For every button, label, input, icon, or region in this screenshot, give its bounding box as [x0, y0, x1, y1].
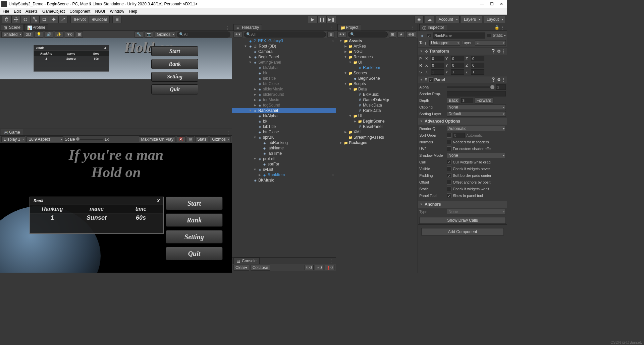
tree-row[interactable]: ▶📁XML	[336, 129, 418, 135]
tree-row[interactable]: ▼📁Scenes	[336, 70, 418, 76]
maximize-button[interactable]: ☐	[490, 2, 494, 6]
hierarchy-tree[interactable]: ◈2_RFX_Galaxy3›▼◈UI Root (3D)◈Camera▶◈Be…	[232, 38, 336, 257]
rot-y[interactable]	[451, 63, 464, 68]
rect-tool[interactable]	[40, 16, 49, 23]
tree-row[interactable]: #GameDataMgr	[336, 97, 418, 102]
max-on-play[interactable]: Maximize On Play	[139, 136, 175, 142]
tree-row[interactable]: ▼📁Assets	[336, 38, 418, 44]
collab-button[interactable]: ◉	[414, 16, 424, 23]
clipping-dropdown[interactable]: None	[447, 105, 506, 110]
static-dropdown-icon[interactable]: ▾	[504, 34, 506, 37]
tree-row[interactable]: ▶◈BeginPanel	[232, 54, 336, 60]
alpha-slider[interactable]	[447, 86, 494, 88]
move-tool[interactable]	[11, 16, 21, 23]
menu-file[interactable]: File	[3, 9, 9, 14]
tab-console[interactable]: ▤Console	[233, 258, 260, 264]
tree-row[interactable]: ▼◈RankPanel	[232, 108, 336, 113]
depth-forward[interactable]: Forward	[475, 97, 493, 104]
tree-row[interactable]: ▼◈proLeft	[232, 156, 336, 161]
tree-row[interactable]: 📁StreamingAssets	[336, 135, 418, 140]
scene-viewport[interactable]: Hold on RankX Rankingnametime 1Sunset60s…	[0, 38, 232, 129]
tree-row[interactable]: ▶📁BeginScene	[336, 119, 418, 124]
display-dropdown[interactable]: Display 1	[1, 136, 25, 142]
tools-icon[interactable]: 🔧	[135, 31, 143, 38]
tag-dropdown[interactable]: Untagged	[429, 40, 460, 46]
pos-y[interactable]	[451, 56, 464, 61]
show-draw-calls[interactable]: Show Draw Calls	[419, 217, 506, 224]
menu-window[interactable]: Window	[110, 9, 124, 14]
tree-row[interactable]: ▶📁Packages	[336, 140, 418, 145]
rotate-tool[interactable]	[21, 16, 30, 23]
inspector-lock-icon[interactable]: 🔒 ⋮	[493, 25, 506, 30]
tree-row[interactable]: ◈BKMusic	[232, 178, 336, 183]
cloud-button[interactable]: ☁	[425, 16, 434, 23]
tab-hierarchy[interactable]: ≡Hierarchy	[233, 24, 262, 30]
hierarchy-add[interactable]: + ▾	[233, 31, 243, 38]
console-collapse[interactable]: Collapse	[251, 265, 270, 271]
mute-icon[interactable]: 🔇	[177, 136, 185, 142]
camera-icon[interactable]: 📷	[145, 31, 153, 38]
tree-row[interactable]: ▼◈UI Root (3D)	[232, 44, 336, 49]
step-button[interactable]: ▶❚	[327, 16, 336, 23]
tree-row[interactable]: #BasePanel	[336, 124, 418, 129]
tree-row[interactable]: ◆BeginScene	[336, 76, 418, 81]
tree-row[interactable]: ◈Camera	[232, 49, 336, 54]
sorting-dropdown[interactable]: Default	[447, 111, 506, 117]
tree-row[interactable]: ▶📁ArtRes	[336, 44, 418, 49]
project-search[interactable]: 🔍	[348, 31, 388, 38]
static-checkbox[interactable]	[487, 33, 491, 38]
tab-game[interactable]: 🎮Game	[1, 129, 23, 135]
tree-row[interactable]: ◈labTitle	[232, 124, 336, 129]
game-tab-menu-icon[interactable]: ⋮	[225, 131, 231, 135]
menu-edit[interactable]: Edit	[14, 9, 21, 14]
fx-icon[interactable]: ✨	[55, 31, 63, 38]
tree-row[interactable]: ◈bk	[232, 70, 336, 76]
visible-checkbox[interactable]	[447, 166, 451, 171]
name-field[interactable]	[433, 32, 485, 39]
hierarchy-search[interactable]: 🔍 All	[244, 31, 326, 38]
close-button[interactable]: ✕	[500, 2, 503, 6]
scale-slider[interactable]	[76, 139, 103, 140]
active-checkbox[interactable]: ✓	[427, 33, 431, 38]
tree-row[interactable]: #RankData	[336, 108, 418, 113]
tree-row[interactable]: ▼📁UI	[336, 113, 418, 119]
rot-x[interactable]	[431, 63, 444, 68]
tree-row[interactable]: ▶◈togSound	[232, 102, 336, 108]
scl-y[interactable]	[451, 69, 464, 75]
scene-search[interactable]: 🔍 All	[177, 31, 230, 38]
hierarchy-lock-icon[interactable]: ⋮	[328, 25, 334, 30]
console-clear[interactable]: Clear ▾	[233, 265, 249, 271]
audio-icon[interactable]: 🔊	[45, 31, 53, 38]
vsync-icon[interactable]: ⊞	[187, 136, 194, 142]
console-menu-icon[interactable]: ⋮	[328, 259, 334, 263]
transform-header[interactable]: ▼⊹Transform❔ ⚙ ⋮	[418, 48, 507, 55]
layer-dropdown[interactable]: UI	[475, 40, 506, 46]
pos-x[interactable]	[431, 56, 444, 61]
warn-count[interactable]: ⚠ 0	[315, 265, 324, 270]
tab-scene[interactable]: ⊞Scene	[1, 24, 23, 30]
tree-row[interactable]: ◈labName	[232, 145, 336, 151]
anchor-type-dropdown[interactable]: None	[447, 209, 506, 214]
tab-project[interactable]: 📁Project	[337, 24, 361, 30]
alpha-value[interactable]	[496, 84, 506, 90]
tree-row[interactable]: ▶📁NGUI	[336, 49, 418, 54]
pivot-toggle[interactable]: ⊕Pivot	[70, 16, 89, 23]
transform-tool[interactable]	[49, 16, 58, 23]
global-toggle[interactable]: ⊕Global	[89, 16, 110, 23]
play-button[interactable]: ▶	[308, 16, 317, 23]
tree-row[interactable]: ▼◈sprBK	[232, 135, 336, 140]
normals-checkbox[interactable]	[447, 140, 451, 144]
project-menu-icon[interactable]: ⋮	[410, 25, 416, 30]
layers-dropdown[interactable]: Layers	[461, 16, 482, 23]
menu-component[interactable]: Component	[69, 9, 90, 14]
depth-back[interactable]: Back	[447, 97, 460, 104]
tree-row[interactable]: #MusicData	[336, 102, 418, 108]
tree-row[interactable]: ◈labTime	[232, 151, 336, 156]
menu-help[interactable]: Help	[129, 9, 137, 14]
tab-menu-icon[interactable]: ⋮	[224, 26, 231, 30]
mode-2d[interactable]: 2D	[24, 31, 33, 38]
scl-x[interactable]	[431, 69, 444, 75]
tree-row[interactable]: ▶◈sliderSound	[232, 92, 336, 97]
menu-ngui[interactable]: NGUI	[95, 9, 105, 14]
paneltool-checkbox[interactable]: ✓	[447, 193, 451, 198]
